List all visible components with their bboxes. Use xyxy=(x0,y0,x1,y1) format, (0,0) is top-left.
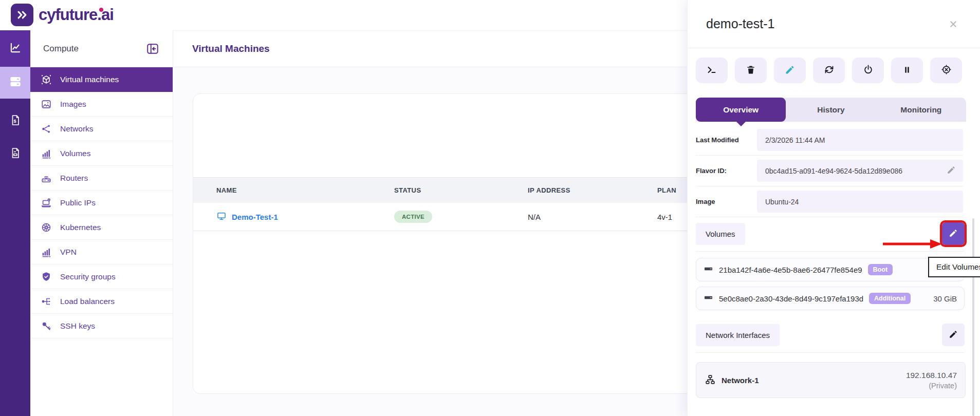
field-label: Last Modified xyxy=(696,136,757,144)
delete-icon xyxy=(746,65,756,77)
edit-volumes-button[interactable] xyxy=(942,222,965,245)
edit-button[interactable] xyxy=(774,58,806,83)
network-ip: 192.168.10.47 xyxy=(906,371,957,380)
sidebar-item-volumes[interactable]: Volumes xyxy=(30,141,173,166)
vm-action-toolbar xyxy=(688,48,980,83)
volumes-section-title: Volumes xyxy=(696,223,745,245)
sidebar-item-label: Virtual machines xyxy=(60,75,119,84)
network-nodes-icon xyxy=(40,123,52,135)
power-button[interactable] xyxy=(852,58,884,83)
sidebar-item-label: Networks xyxy=(60,124,94,134)
bar-chart-icon xyxy=(40,148,52,159)
sidebar-item-images[interactable]: Images xyxy=(30,92,173,117)
brand-logo-icon xyxy=(11,4,33,26)
bar-chart-icon xyxy=(40,247,52,258)
topology-icon xyxy=(705,374,716,387)
cube-icon xyxy=(40,74,52,85)
network-interface-row: Network-1 192.168.10.47 (Private) xyxy=(696,362,966,398)
rail-item-compute[interactable] xyxy=(0,67,30,99)
sidebar-menu: Virtual machines Images Networks xyxy=(30,67,173,338)
sidebar-item-label: Public IPs xyxy=(60,198,96,207)
svg-text:$: $ xyxy=(13,119,16,124)
sidebar-title: Compute xyxy=(43,44,79,54)
column-header-ip: IP ADDRESS xyxy=(528,186,657,194)
sidebar-item-label: Images xyxy=(60,100,86,109)
field-label: Flavor ID: xyxy=(696,167,757,175)
sidebar-item-routers[interactable]: Routers xyxy=(30,166,173,191)
sidebar-item-label: Security groups xyxy=(60,272,116,281)
tab-overview[interactable]: Overview xyxy=(696,98,786,122)
rail-item-documents[interactable] xyxy=(0,140,30,168)
sidebar-item-label: Load balancers xyxy=(60,297,115,306)
panel-header: demo-test-1 xyxy=(688,0,980,48)
vm-name-link[interactable]: Demo-Test-1 xyxy=(232,213,278,221)
power-icon xyxy=(863,64,874,77)
sidebar-item-virtual-machines[interactable]: Virtual machines xyxy=(30,67,173,92)
brand-logo-dot xyxy=(99,8,103,12)
sidebar-item-kubernetes[interactable]: Kubernetes xyxy=(30,215,173,240)
sidebar-item-networks[interactable]: Networks xyxy=(30,117,173,141)
console-icon xyxy=(706,64,717,77)
brand-logo[interactable]: cyfuture.ai xyxy=(11,4,114,26)
volume-badge: Additional xyxy=(869,293,911,304)
volume-badge: Boot xyxy=(868,264,893,275)
volume-id: 21ba142f-4a6e-4e5b-8ae6-26477fe854e9 xyxy=(719,266,862,274)
sidebar-item-ssh-keys[interactable]: SSH keys xyxy=(30,314,173,338)
load-balancer-icon xyxy=(40,296,52,307)
router-icon xyxy=(40,173,52,184)
sidebar-header: Compute xyxy=(30,30,173,67)
panel-title: demo-test-1 xyxy=(706,16,774,31)
vm-detail-panel: demo-test-1 xyxy=(687,0,980,416)
tab-monitoring[interactable]: Monitoring xyxy=(876,98,966,122)
field-flavor-id: Flavor ID: 0bc4ad15-a091-4e94-9624-5da12… xyxy=(696,156,963,186)
sidebar-item-vpn[interactable]: VPN xyxy=(30,240,173,264)
sidebar-item-load-balancers[interactable]: Load balancers xyxy=(30,289,173,314)
sidebar-item-label: Routers xyxy=(60,174,88,183)
field-value: 2/3/2026 11:44 AM xyxy=(765,136,825,144)
disk-icon xyxy=(704,264,713,276)
edit-network-button[interactable] xyxy=(942,324,965,346)
console-button[interactable] xyxy=(696,58,728,83)
field-value: 0bc4ad15-a091-4e94-9624-5da12d89e086 xyxy=(765,167,902,175)
sidebar-item-security-groups[interactable]: Security groups xyxy=(30,264,173,289)
field-label: Image xyxy=(696,198,757,205)
volumes-list: 21ba142f-4a6e-4e5b-8ae6-26477fe854e9 Boo… xyxy=(696,258,965,310)
kubernetes-wheel-icon xyxy=(40,222,52,233)
reboot-button[interactable] xyxy=(813,58,845,83)
volume-row: 5e0c8ae0-2a30-43de-8d49-9c197efa193d Add… xyxy=(696,287,965,310)
panel-collapse-icon[interactable] xyxy=(146,42,159,55)
shutdown-button[interactable] xyxy=(930,58,962,83)
sidebar-item-label: SSH keys xyxy=(60,322,95,331)
dashboard-chart-icon xyxy=(9,41,22,56)
page-title: Virtual Machines xyxy=(192,43,270,54)
volumes-section-header: Volumes xyxy=(696,222,965,252)
billing-icon: $ xyxy=(9,114,22,128)
pause-button[interactable] xyxy=(891,58,923,83)
laptop-shield-icon xyxy=(40,197,52,209)
rail-item-billing[interactable]: $ xyxy=(0,107,30,136)
network-scope: (Private) xyxy=(906,382,957,390)
rail-item-dashboard[interactable] xyxy=(0,30,30,67)
tab-history[interactable]: History xyxy=(786,98,876,122)
pencil-icon[interactable] xyxy=(947,165,956,176)
pencil-icon xyxy=(949,229,958,239)
network-section-header: Network Interfaces xyxy=(696,324,965,353)
close-icon[interactable] xyxy=(949,20,957,28)
delete-button[interactable] xyxy=(735,58,767,83)
image-icon xyxy=(40,99,52,110)
compute-sidebar: Compute Virtual machines xyxy=(30,30,173,416)
monitor-icon xyxy=(216,211,227,223)
network-name: Network-1 xyxy=(722,376,759,385)
field-last-modified: Last Modified 2/3/2026 11:44 AM xyxy=(696,125,963,156)
column-header-name: NAME xyxy=(216,186,394,194)
shutdown-icon xyxy=(941,64,952,77)
servers-icon xyxy=(9,75,22,90)
panel-tabs: Overview History Monitoring xyxy=(696,98,966,122)
sidebar-item-label: Volumes xyxy=(60,149,90,158)
panel-scrollbar[interactable] xyxy=(972,218,974,416)
icon-rail: $ xyxy=(0,30,30,416)
sidebar-item-label: Kubernetes xyxy=(60,223,101,232)
pencil-icon xyxy=(949,330,958,341)
pause-icon xyxy=(902,65,912,76)
sidebar-item-public-ips[interactable]: Public IPs xyxy=(30,191,173,215)
